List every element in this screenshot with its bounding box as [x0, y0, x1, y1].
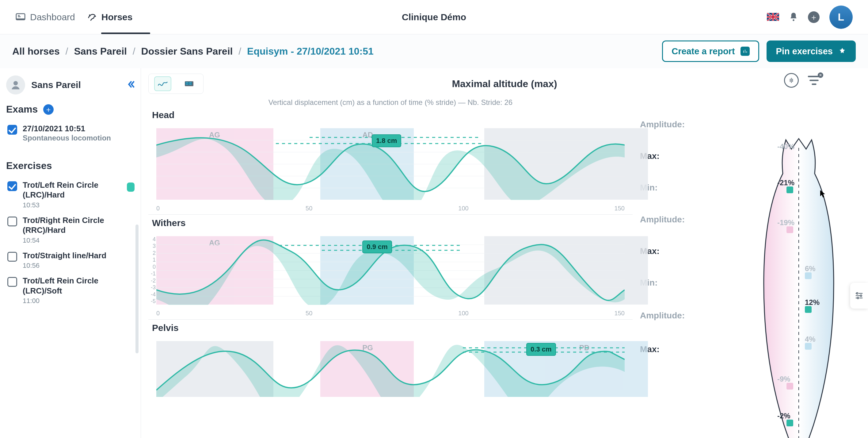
svg-point-26	[856, 293, 858, 294]
metrics-withers: Amplitude: Max: Min:	[640, 204, 724, 299]
horse-point-dot	[805, 343, 812, 350]
crumb-sep: /	[239, 46, 241, 57]
crumb-all-horses[interactable]: All horses	[12, 46, 60, 57]
exam-sub: Spontaneous locomotion	[23, 134, 111, 142]
metric-min: Min:	[640, 278, 724, 288]
crumb-actions: Create a report Pin exercises	[662, 40, 856, 62]
collapse-sidebar-icon[interactable]	[125, 79, 136, 91]
svg-point-7	[13, 81, 18, 85]
crumb-dossier[interactable]: Dossier Sans Pareil	[141, 46, 233, 57]
chart-withers: Withers 43210-1-2-3-4-5 AG	[148, 218, 632, 320]
plot-pelvis[interactable]: PG PD 0.3 cm	[148, 335, 632, 397]
exercise-row[interactable]: Trot/Straight line/Hard10:56	[6, 247, 136, 273]
horse-diagram: -40%-21%-19%6%12%4%-9%-2%	[744, 136, 854, 438]
body: Sans Pareil Exams ＋ 27/10/2021 10:51 Spo…	[0, 68, 868, 438]
filter-clear-icon: ✕	[818, 72, 823, 78]
exercise-color-swatch	[127, 182, 134, 192]
metrics-pelvis: Amplitude: Max:	[640, 299, 724, 366]
add-icon[interactable]: ＋	[808, 11, 819, 23]
chart-pelvis: Pelvis PG PD 0.3 cm	[148, 323, 632, 397]
metric-amplitude: Amplitude:	[640, 311, 724, 321]
nav-left: Dashboard Horses	[15, 12, 132, 22]
exercise-row[interactable]: Trot/Right Rein Circle (RRC)/Hard10:54	[6, 212, 136, 247]
chart-subtitle: Vertical displacement (cm) as a function…	[148, 98, 632, 107]
horse-point-label: 12%	[805, 298, 819, 307]
pin-icon	[838, 47, 846, 55]
filter-button[interactable]: ✕	[807, 75, 821, 86]
nav-horses[interactable]: Horses	[87, 12, 133, 22]
main-panel: Maximal altitude (max) ✕ Vertical displa…	[141, 68, 868, 438]
exercises-section-header: Exercises	[6, 160, 136, 172]
avatar-initial: L	[838, 11, 844, 23]
view-table-button[interactable]	[181, 77, 198, 91]
exercise-title: Trot/Straight line/Hard	[23, 251, 106, 261]
view-curves-button[interactable]	[154, 77, 171, 91]
create-report-button[interactable]: Create a report	[662, 40, 759, 62]
exams-section-header: Exams ＋	[6, 104, 136, 115]
user-avatar[interactable]: L	[829, 5, 853, 29]
plot-head[interactable]: AG AD 1.8 cm 0501	[148, 123, 632, 215]
topbar-right: ＋ L	[767, 5, 853, 29]
horse-point-dot	[805, 272, 812, 279]
mouse-cursor	[819, 189, 826, 198]
exercise-time: 11:00	[23, 297, 134, 305]
sidebar-scrollbar[interactable]	[135, 225, 138, 353]
xaxis: 050100150	[156, 310, 625, 317]
horse-point-label: -2%	[777, 412, 790, 420]
main-title: Maximal altitude (max)	[452, 78, 557, 90]
horse-avatar-icon	[6, 76, 25, 94]
plot-withers[interactable]: 43210-1-2-3-4-5 AG	[148, 231, 632, 320]
chart-withers-title: Withers	[152, 218, 632, 228]
exercises-heading: Exercises	[6, 160, 52, 172]
notifications-icon[interactable]	[789, 12, 798, 22]
breadcrumb-bar: All horses / Sans Pareil / Dossier Sans …	[0, 34, 868, 68]
dashboard-icon	[15, 12, 26, 22]
pelvis-diff-badge: 0.3 cm	[526, 343, 556, 356]
svg-rect-5	[767, 16, 779, 18]
crumb-sep: /	[66, 46, 68, 57]
metric-max: Max:	[640, 246, 724, 256]
settings-drawer-tab[interactable]	[850, 283, 868, 309]
exam-text: 27/10/2021 10:51 Spontaneous locomotion	[23, 124, 111, 142]
exercise-checkbox[interactable]	[7, 277, 17, 287]
horse-point-label: -21%	[777, 178, 795, 187]
exam-title: 27/10/2021 10:51	[23, 124, 111, 134]
metric-amplitude: Amplitude:	[640, 120, 724, 129]
sidebar: Sans Pareil Exams ＋ 27/10/2021 10:51 Spo…	[0, 68, 141, 438]
horse-icon	[87, 12, 97, 22]
add-exam-button[interactable]: ＋	[43, 104, 54, 115]
main-right-tools: ✕	[784, 73, 821, 88]
charts-left: Head AG AD	[148, 109, 632, 400]
metric-max: Max:	[640, 151, 724, 161]
chart-head-title: Head	[152, 110, 632, 120]
exercise-checkbox[interactable]	[7, 252, 17, 262]
svg-rect-12	[189, 84, 192, 85]
main-toolbar: Maximal altitude (max) ✕	[148, 73, 861, 94]
exercise-row[interactable]: Trot/Left Rein Circle (LRC)/Hard10:53	[6, 177, 136, 212]
horse-point-label: 6%	[805, 264, 815, 273]
exams-heading: Exams	[6, 104, 38, 115]
active-tab-underline	[101, 32, 150, 34]
head-diff-badge: 1.8 cm	[372, 134, 402, 147]
chart-pelvis-title: Pelvis	[152, 323, 632, 333]
sidebar-horse-name: Sans Pareil	[31, 80, 81, 90]
language-flag-uk[interactable]	[767, 13, 779, 22]
exercise-title: Trot/Left Rein Circle (LRC)/Hard	[23, 180, 121, 200]
exercise-checkbox[interactable]	[7, 216, 17, 226]
exam-row[interactable]: 27/10/2021 10:51 Spontaneous locomotion	[6, 120, 136, 145]
audio-waveform-button[interactable]	[784, 73, 799, 88]
view-toggle-group	[148, 74, 204, 94]
crumb-horse[interactable]: Sans Pareil	[74, 46, 127, 57]
pin-exercises-button[interactable]: Pin exercises	[767, 40, 856, 62]
exercise-title: Trot/Right Rein Circle (RRC)/Hard	[23, 215, 134, 235]
create-report-label: Create a report	[672, 46, 735, 56]
exam-checkbox[interactable]	[7, 125, 17, 135]
exercise-row[interactable]: Trot/Left Rein Circle (LRC)/Soft11:00	[6, 273, 136, 308]
sidebar-header: Sans Pareil	[6, 76, 136, 94]
nav-dashboard[interactable]: Dashboard	[15, 12, 75, 22]
horse-point-dot	[786, 383, 793, 389]
horse-point-label: -40%	[777, 142, 795, 151]
metric-min: Min:	[640, 183, 724, 193]
exercise-checkbox[interactable]	[7, 181, 17, 191]
horse-point-dot	[786, 186, 793, 193]
